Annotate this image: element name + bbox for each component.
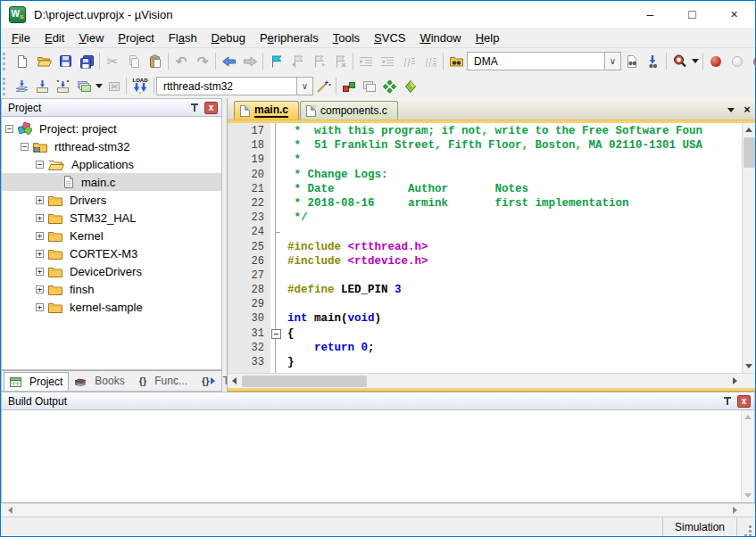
line-number[interactable]: 19 [228,153,270,167]
menu-tools[interactable]: Tools [326,29,367,46]
expand-icon[interactable]: + [36,250,44,258]
manage-components-icon[interactable] [338,76,359,96]
line-number[interactable]: 27 [228,268,270,283]
search-combo-dropdown[interactable]: ∨ [605,52,621,70]
fold-collapse-icon[interactable] [270,326,287,341]
collapse-icon[interactable]: − [36,161,44,169]
expand-icon[interactable]: + [36,303,44,311]
tree-item-drivers[interactable]: +Drivers [2,191,221,209]
pin-icon[interactable] [188,102,200,113]
previous-bookmark-icon[interactable] [287,51,308,72]
scroll-down-icon[interactable] [742,489,755,502]
batch-build-icon[interactable] [73,76,94,96]
open-file-icon[interactable] [33,51,54,72]
code-editor[interactable]: 17 * with this program; if not, write to… [228,123,755,373]
maximize-button[interactable]: □ [671,1,713,28]
file-extensions-icon[interactable] [359,76,379,96]
batch-build-dropdown-icon[interactable] [94,76,104,96]
outdent-icon[interactable] [377,51,398,72]
kill-breakpoints-icon[interactable] [748,51,755,72]
build-icon[interactable] [32,76,53,96]
clear-bookmarks-icon[interactable] [329,51,351,72]
scroll-left-icon[interactable] [4,504,17,517]
panel-tab-books[interactable]: Books [69,371,129,391]
tree-item-project-project[interactable]: −Project: project [2,120,221,137]
save-icon[interactable] [54,51,76,72]
uncomment-selection-icon[interactable] [420,51,441,72]
tree-item-cortex-m3[interactable]: +CORTEX-M3 [2,244,221,262]
line-number[interactable]: 26 [228,254,270,268]
tree-item-stm32-hal[interactable]: +STM32_HAL [2,209,221,227]
zoom-dropdown-icon[interactable] [690,51,701,72]
download-to-flash-icon[interactable]: LOAD [129,78,152,95]
line-number[interactable]: 18 [228,138,270,153]
translate-file-icon[interactable] [12,76,32,96]
menu-edit[interactable]: Edit [37,29,71,46]
save-all-icon[interactable] [76,51,97,72]
line-number[interactable]: 25 [228,240,270,254]
tab-list-dropdown-icon[interactable] [723,102,739,118]
build-output-close-icon[interactable]: x [737,395,751,408]
insert-bookmark-icon[interactable] [265,51,287,72]
menu-svcs[interactable]: SVCS [367,29,412,46]
incremental-find-icon[interactable] [643,51,664,72]
menu-view[interactable]: View [71,29,111,46]
line-number[interactable]: 33 [228,355,270,369]
navigate-forward-icon[interactable] [239,51,261,72]
panel-tab-func[interactable]: {}Func... [134,371,193,391]
expand-icon[interactable]: + [36,268,44,276]
tree-item-applications[interactable]: −Applications [2,155,221,173]
document-tab-components-c[interactable]: components.c [300,101,398,120]
close-button[interactable]: × [713,1,755,28]
line-number[interactable]: 17 [228,124,270,138]
panel-tab-project[interactable]: Project [4,372,69,391]
stop-build-icon[interactable] [104,76,124,96]
line-number[interactable]: 20 [228,168,270,182]
tree-item-main-c[interactable]: main.c [2,173,221,191]
menu-file[interactable]: File [4,29,37,46]
scroll-up-icon[interactable] [742,410,755,424]
menu-flash[interactable]: Flash [162,29,204,46]
menu-project[interactable]: Project [111,29,161,46]
pin-icon[interactable] [721,395,733,407]
line-number[interactable]: 23 [228,211,270,225]
menu-peripherals[interactable]: Peripherals [253,29,326,46]
expand-icon[interactable]: + [36,232,44,240]
line-number[interactable]: 22 [228,196,270,211]
close-document-icon[interactable]: × [739,102,755,118]
comment-selection-icon[interactable] [398,51,420,72]
undo-icon[interactable]: ↶ [170,51,192,72]
line-number[interactable]: 24 [228,225,270,239]
next-bookmark-icon[interactable] [308,51,329,72]
insert-breakpoint-icon[interactable] [705,51,727,72]
resize-grip[interactable] [737,517,755,536]
pack-installer-icon[interactable] [400,76,420,96]
collapse-icon[interactable]: − [21,143,29,151]
vertical-scroll-thumb[interactable] [744,137,755,168]
scroll-right-icon[interactable] [728,504,742,517]
target-combo-input[interactable]: rtthread-stm32 [156,77,297,95]
toolbar-grip[interactable] [3,78,9,95]
line-number[interactable]: 30 [228,311,270,326]
search-combo-input[interactable]: DMA [467,52,605,70]
document-tab-main-c[interactable]: main.c [234,101,299,120]
project-panel-close-icon[interactable]: x [204,102,218,114]
scroll-up-icon[interactable] [743,123,756,136]
find-in-files-icon[interactable] [445,51,467,72]
manage-rte-icon[interactable] [379,76,400,96]
menu-debug[interactable]: Debug [204,29,253,46]
paste-icon[interactable] [145,51,166,72]
expand-icon[interactable]: + [36,214,44,222]
scroll-right-icon[interactable] [728,375,742,388]
horizontal-scroll-thumb[interactable] [242,376,367,387]
scroll-left-icon[interactable] [228,375,241,388]
menu-help[interactable]: Help [469,29,507,46]
line-number[interactable]: 21 [228,182,270,196]
build-output-content[interactable] [1,410,755,503]
new-file-icon[interactable] [12,51,33,72]
tree-item-kernel-sample[interactable]: +kernel-sample [2,298,221,316]
cut-icon[interactable]: ✂ [102,51,123,72]
find-in-file-icon[interactable] [621,51,643,72]
redo-icon[interactable]: ↷ [192,51,213,72]
target-options-icon[interactable] [313,76,334,96]
